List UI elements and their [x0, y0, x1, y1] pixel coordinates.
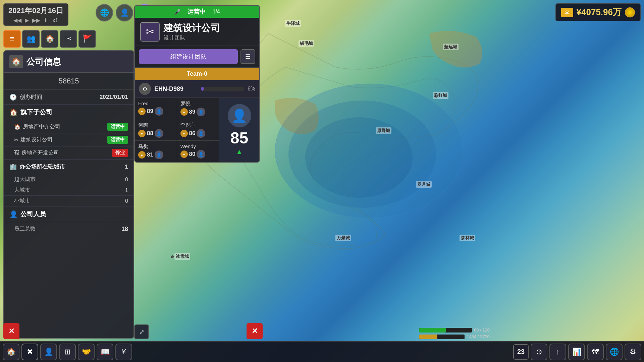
map-nav-globe[interactable]: 🌐 [96, 4, 113, 21]
city-label-niuze: 牛泽城 [285, 20, 301, 27]
wendy-score-icon: ● [180, 150, 188, 158]
bnav-person[interactable]: 👤 [40, 344, 57, 360]
office-header: 🏢 办公场所在驻城市 1 [4, 160, 133, 174]
progress-green-bar-wrap [419, 328, 472, 333]
luoni-avatar: 👤 [197, 108, 205, 116]
bottom-progress-section: 60 / 120 1484 / 3730 [419, 327, 490, 339]
bnav-home[interactable]: 🏠 [3, 344, 19, 360]
member-hetao-name: 何陶 [138, 122, 173, 128]
progress-yellow-bar [419, 335, 437, 339]
date-panel: 2021年02月16日 ◀◀ ▶ ▶▶ ⏸ x1 [3, 3, 68, 26]
member-mafan-score: 81 [147, 152, 153, 158]
nav-tools-btn[interactable]: ✂ [60, 30, 77, 48]
design-company-name: 建筑设计公司 [164, 22, 220, 35]
office-total: 1 [125, 164, 128, 170]
bnav-grid[interactable]: ⊞ [59, 344, 76, 360]
city-label-caihong: 彩虹城 [433, 92, 448, 99]
member-cell-wendy[interactable]: Wendy ● 80 👤 [177, 141, 219, 162]
close-design-panel-btn[interactable]: ✕ [247, 323, 263, 339]
team-id-row: ⚙ EHN-D989 6% [135, 80, 259, 98]
bnav-chart[interactable]: 📊 [568, 344, 585, 360]
bnav-globe[interactable]: 🌐 [606, 344, 623, 360]
design-panel-header: ✂ 建筑设计公司 设计团队 [135, 18, 259, 46]
close-left-panel-btn[interactable]: ✕ [3, 323, 19, 339]
city-label-yuanye: 原野城 [376, 127, 391, 134]
company-info-panel: 🏠 公司信息 58615 🕐 创办时间 2021/01/01 🏠 旗下子公司 🏠… [3, 50, 134, 339]
ui-layer: 冰雪城 万景城 彩虹城 原野城 罗月城 森林城 繁花城 超远城 牛泽城 绒毛城 … [0, 0, 644, 362]
subsidiary-row-2: 🏗 房地产开发公司 停业 [4, 146, 133, 160]
nav-flag-btn[interactable]: 🚩 [78, 30, 96, 48]
office-small-city: 小城市 0 [4, 196, 133, 206]
subsidiary-2-status[interactable]: 停业 [112, 149, 128, 157]
bnav-handshake[interactable]: 🤝 [78, 344, 95, 360]
city-label-chaoyuan: 超远城 [443, 44, 459, 50]
wendy-avatar: 👤 [197, 150, 205, 159]
left-top-nav: ≡ 👥 🏠 ✂ 🚩 [3, 30, 96, 48]
team-list-btn[interactable]: ☰ [240, 49, 255, 64]
bnav-book[interactable]: 📖 [97, 344, 113, 360]
progress-yellow-bar-wrap [419, 335, 465, 339]
bnav-map[interactable]: 🗺 [587, 344, 604, 360]
city-dot-bingxue [171, 255, 174, 258]
member-hetao-score: 88 [147, 130, 153, 137]
person-icon: 👤 [9, 210, 18, 218]
progress-green-label: 60 / 120 [474, 327, 490, 333]
member-cell-liniyu[interactable]: 李倪宇 ● 86 👤 [177, 119, 219, 141]
page-indicator: 1/4 [212, 9, 220, 15]
subsidiary-1-name: ✂ 建筑设计公司 [14, 136, 107, 143]
subsidiary-1-status[interactable]: 运营中 [107, 136, 128, 144]
progress-yellow-row: 1484 / 3730 [419, 334, 490, 339]
nav-building-btn[interactable]: 🏠 [41, 30, 58, 48]
subsidiary-1-icon: ✂ [14, 137, 18, 143]
building-icon: 🏠 [9, 108, 18, 116]
member-cell-luoni[interactable]: 罗倪 ● 89 👤 [177, 98, 219, 119]
fast-forward-btn[interactable]: ▶▶ [32, 17, 40, 23]
nav-person-btn[interactable]: 👥 [22, 30, 40, 48]
company-id-row: 58615 [4, 73, 133, 90]
bnav-cancel[interactable]: ✖ [21, 344, 38, 360]
pause-btn[interactable]: ⏸ [44, 17, 49, 23]
bnav-up-arrow[interactable]: ↑ [549, 344, 566, 360]
member-cell-hetao[interactable]: 何陶 ● 88 👤 [135, 119, 177, 141]
bnav-settings[interactable]: ⚙ [625, 344, 641, 360]
member-cell-fred[interactable]: Fred ● 89 👤 [135, 98, 177, 119]
member-liniyu-name: 李倪宇 [180, 122, 216, 128]
fred-score-icon: ● [138, 108, 146, 115]
status-text: 运营中 [187, 8, 206, 16]
design-company-sub: 设计团队 [164, 35, 220, 42]
luoni-score-icon: ● [180, 108, 188, 116]
team-header: Team-0 [135, 68, 259, 80]
founded-row: 🕐 创办时间 2021/01/01 [4, 90, 133, 105]
mail-icon[interactable]: ✉ [561, 8, 573, 17]
map-nav-person[interactable]: 👤 [116, 4, 133, 21]
team-progress-bar [201, 87, 204, 91]
bnav-money[interactable]: ¥ [115, 344, 132, 360]
design-status-bar: 🎤 运营中 1/4 [135, 6, 259, 18]
subsidiary-0-icon: 🏠 [14, 124, 21, 130]
build-team-btn[interactable]: 组建设计团队 [139, 49, 238, 64]
design-company-icon: ✂ [140, 22, 160, 42]
subsidiaries-header: 🏠 旗下子公司 [4, 105, 133, 120]
subsidiary-2-name: 🏗 房地产开发公司 [14, 149, 112, 157]
rewind-btn[interactable]: ◀◀ [13, 17, 21, 23]
mafan-score-icon: ● [138, 151, 146, 159]
hetao-avatar: 👤 [155, 129, 163, 138]
nav-list-btn[interactable]: ≡ [3, 30, 21, 48]
coin-icon [625, 7, 635, 17]
company-id: 58615 [58, 77, 79, 85]
mafan-avatar: 👤 [155, 150, 163, 159]
clock-icon: 🕐 [9, 94, 17, 101]
play-btn[interactable]: ▶ [25, 17, 29, 23]
subsidiary-row-1: ✂ 建筑设计公司 运营中 [4, 133, 133, 146]
member-mafan-name: 马樊 [138, 143, 173, 150]
expand-design-panel-btn[interactable]: ⤢ [134, 324, 149, 339]
company-panel-header: 🏠 公司信息 [4, 51, 133, 73]
member-cell-mafan[interactable]: 马樊 ● 81 👤 [135, 141, 177, 162]
founded-value: 2021/01/01 [100, 94, 128, 101]
team-gear-icon: ⚙ [139, 83, 151, 95]
bnav-zoom-in[interactable]: ⊕ [531, 344, 547, 360]
subsidiary-0-status[interactable]: 运营中 [107, 123, 128, 131]
company-panel-title: 公司信息 [26, 56, 61, 68]
member-fred-score: 89 [147, 108, 153, 115]
city-label-wanjing: 万景城 [335, 235, 351, 241]
